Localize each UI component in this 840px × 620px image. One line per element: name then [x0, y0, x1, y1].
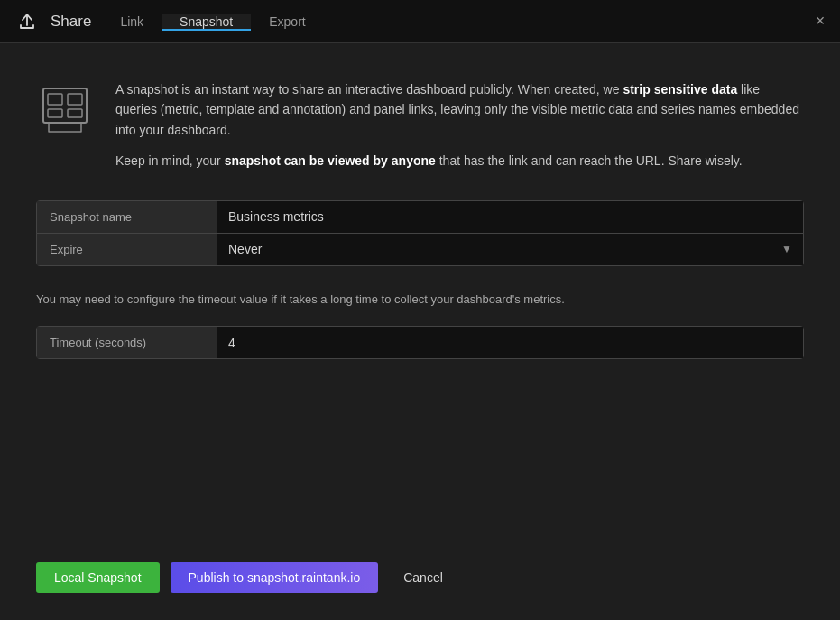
snapshot-form: Snapshot name Expire Never ▼ — [36, 200, 804, 265]
button-row: Local Snapshot Publish to snapshot.raint… — [36, 544, 804, 593]
snapshot-name-row: Snapshot name — [36, 200, 804, 234]
tab-export[interactable]: Export — [251, 14, 323, 31]
modal-body: A snapshot is an instant way to share an… — [0, 43, 840, 620]
modal-header: Share Link Snapshot Export × — [0, 0, 840, 43]
svg-rect-2 — [68, 94, 82, 105]
svg-rect-1 — [48, 94, 62, 105]
expire-label: Expire — [37, 234, 217, 265]
expire-row: Expire Never ▼ — [36, 233, 804, 266]
tab-bar: Link Snapshot Export — [102, 14, 323, 30]
timeout-hint: You may need to configure the timeout va… — [36, 291, 804, 309]
timeout-form: Timeout (seconds) — [36, 326, 804, 358]
bold-strip: strip sensitive data — [623, 82, 737, 97]
timeout-row: Timeout (seconds) — [36, 326, 804, 359]
modal-title: Share — [51, 13, 91, 31]
svg-rect-4 — [68, 109, 82, 117]
expire-select[interactable]: Never ▼ — [217, 234, 803, 265]
publish-button[interactable]: Publish to snapshot.raintank.io — [171, 562, 379, 593]
close-button[interactable]: × — [800, 0, 840, 43]
intro-paragraph1: A snapshot is an instant way to share an… — [115, 79, 804, 140]
local-snapshot-button[interactable]: Local Snapshot — [36, 562, 160, 593]
bold-viewable: snapshot can be viewed by anyone — [225, 153, 436, 168]
tab-link[interactable]: Link — [102, 14, 162, 31]
intro-section: A snapshot is an instant way to share an… — [36, 79, 804, 171]
chevron-down-icon: ▼ — [781, 243, 792, 255]
snapshot-graphic-icon — [36, 79, 94, 137]
snapshot-name-label: Snapshot name — [37, 201, 217, 233]
intro-paragraph2: Keep in mind, your snapshot can be viewe… — [115, 151, 804, 171]
cancel-button[interactable]: Cancel — [389, 562, 457, 593]
snapshot-name-input[interactable] — [217, 201, 803, 233]
tab-snapshot[interactable]: Snapshot — [162, 14, 251, 31]
share-modal: Share Link Snapshot Export × — [0, 0, 840, 620]
header-left: Share Link Snapshot Export — [0, 9, 800, 34]
expire-value: Never — [228, 242, 262, 256]
intro-text: A snapshot is an instant way to share an… — [115, 79, 804, 171]
timeout-label: Timeout (seconds) — [37, 327, 217, 358]
share-icon — [14, 9, 40, 34]
svg-rect-3 — [48, 109, 62, 117]
timeout-input[interactable] — [217, 327, 803, 358]
